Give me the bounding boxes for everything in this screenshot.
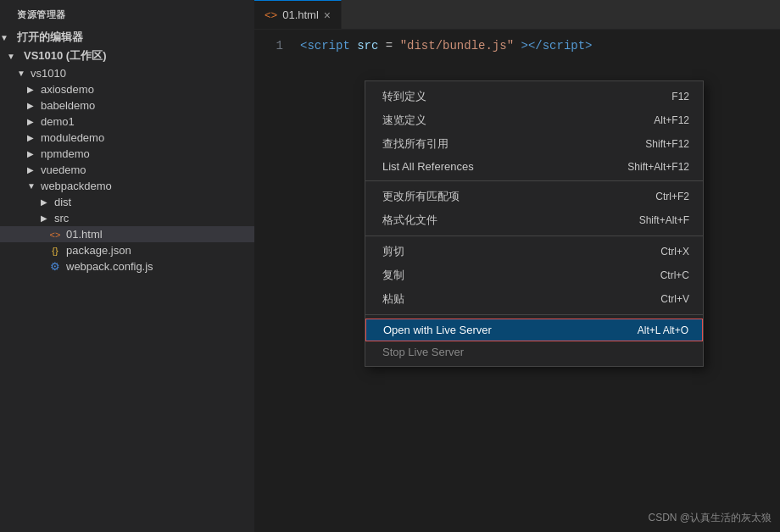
folder-npmdemo-label: npmdemo	[41, 147, 248, 160]
menu-item-find-refs[interactable]: 查找所有引用 Shift+F12	[365, 132, 703, 156]
menu-label-stop-live-server: Stop Live Server	[382, 346, 464, 358]
shortcut-paste: Ctrl+V	[660, 293, 689, 305]
menu-label-format: 格式化文件	[382, 213, 437, 228]
menu-label-rename: 更改所有匹配项	[382, 189, 460, 204]
folder-babeldemo-label: babeldemo	[41, 99, 248, 112]
tab-01html[interactable]: <> 01.html ×	[254, 0, 342, 29]
shortcut-open-live-server: Alt+L Alt+O	[638, 324, 688, 336]
json-file-icon: {}	[47, 246, 63, 256]
dist-arrow: ▶	[41, 197, 54, 207]
folder-webpackdemo[interactable]: ▼ webpackdemo	[0, 178, 254, 194]
menu-label-cut: 剪切	[382, 244, 404, 259]
shortcut-goto-def: F12	[671, 91, 689, 103]
folder-src[interactable]: ▶ src	[0, 210, 254, 226]
workspace-label: VS1010 (工作区)	[24, 48, 107, 64]
axiosdemo-arrow: ▶	[27, 85, 41, 94]
folder-axiosdemo[interactable]: ▶ axiosdemo	[0, 81, 254, 97]
shortcut-format: Shift+Alt+F	[639, 214, 689, 226]
code-attr-src: src	[357, 39, 378, 53]
separator-1	[365, 180, 703, 181]
context-menu: 转到定义 F12 速览定义 Alt+F12 查找所有引用 Shift+F12 L…	[365, 80, 704, 367]
tab-filename: 01.html	[282, 8, 319, 21]
file-webpackconfig-label: webpack.config.js	[66, 260, 248, 273]
menu-label-open-live-server: Open with Live Server	[383, 324, 492, 336]
open-editors-label: 打开的编辑器	[17, 30, 83, 45]
sidebar: 资源管理器 ▼ 打开的编辑器 ▼ VS1010 (工作区) ▼ vs1010 ▶…	[0, 0, 254, 532]
menu-label-goto-def: 转到定义	[382, 89, 426, 104]
tab-html-icon: <>	[265, 8, 277, 21]
webpackdemo-arrow: ▼	[27, 181, 41, 191]
folder-demo1[interactable]: ▶ demo1	[0, 114, 254, 130]
folder-src-label: src	[54, 212, 248, 224]
folder-vs1010[interactable]: ▼ vs1010	[0, 65, 254, 81]
open-editors-section[interactable]: ▼ 打开的编辑器	[0, 28, 254, 47]
sidebar-title: 资源管理器	[0, 0, 254, 28]
workspace-section[interactable]: ▼ VS1010 (工作区)	[0, 47, 254, 65]
npmdemo-arrow: ▶	[27, 149, 41, 158]
folder-webpackdemo-label: webpackdemo	[41, 180, 248, 192]
folder-moduledemo-label: moduledemo	[41, 131, 248, 144]
file-webpackconfig[interactable]: ⚙ webpack.config.js	[0, 258, 254, 274]
js-file-icon: ⚙	[47, 260, 63, 273]
shortcut-peek-def: Alt+F12	[654, 114, 689, 126]
menu-item-open-live-server[interactable]: Open with Live Server Alt+L Alt+O	[365, 319, 703, 341]
folder-dist[interactable]: ▶ dist	[0, 194, 254, 210]
menu-item-copy[interactable]: 复制 Ctrl+C	[365, 263, 703, 287]
menu-item-cut[interactable]: 剪切 Ctrl+X	[365, 240, 703, 263]
file-packagejson-label: package.json	[66, 244, 248, 257]
tab-close-button[interactable]: ×	[324, 8, 331, 22]
moduledemo-arrow: ▶	[27, 133, 41, 142]
code-attr-value: "dist/bundle.js"	[400, 39, 514, 53]
folder-moduledemo[interactable]: ▶ moduledemo	[0, 130, 254, 146]
babeldemo-arrow: ▶	[27, 101, 41, 110]
src-arrow: ▶	[41, 213, 54, 223]
code-tag-open: <script	[300, 39, 350, 53]
code-tag-close: ></script>	[521, 39, 592, 53]
folder-vs1010-label: vs1010	[31, 67, 248, 80]
folder-vuedemo[interactable]: ▶ vuedemo	[0, 162, 254, 178]
menu-item-paste[interactable]: 粘贴 Ctrl+V	[365, 287, 703, 311]
menu-label-copy: 复制	[382, 268, 404, 283]
menu-label-peek-def: 速览定义	[382, 113, 426, 128]
menu-item-list-refs[interactable]: List All References Shift+Alt+F12	[365, 156, 703, 177]
shortcut-rename: Ctrl+F2	[655, 191, 689, 202]
file-packagejson[interactable]: {} package.json	[0, 242, 254, 258]
tab-bar: <> 01.html ×	[254, 0, 780, 30]
code-content-1: <script src = "dist/bundle.js" ></script…	[297, 36, 780, 55]
shortcut-list-refs: Shift+Alt+F12	[627, 161, 689, 173]
menu-label-list-refs: List All References	[382, 160, 474, 173]
folder-babeldemo[interactable]: ▶ babeldemo	[0, 97, 254, 114]
separator-3	[365, 314, 703, 315]
code-editor[interactable]: 1 <script src = "dist/bundle.js" ></scri…	[254, 30, 780, 532]
shortcut-copy: Ctrl+C	[660, 269, 689, 281]
separator-2	[365, 236, 703, 236]
line-number-1: 1	[254, 36, 297, 55]
menu-label-find-refs: 查找所有引用	[382, 136, 448, 152]
menu-item-format[interactable]: 格式化文件 Shift+Alt+F	[365, 208, 703, 232]
html-file-icon: <>	[47, 230, 63, 240]
file-01html[interactable]: <> 01.html	[0, 226, 254, 242]
folder-npmdemo[interactable]: ▶ npmdemo	[0, 146, 254, 162]
menu-item-peek-def[interactable]: 速览定义 Alt+F12	[365, 108, 703, 132]
folder-demo1-label: demo1	[41, 115, 248, 128]
menu-item-stop-live-server[interactable]: Stop Live Server	[365, 341, 703, 363]
shortcut-find-refs: Shift+F12	[645, 138, 689, 150]
folder-axiosdemo-label: axiosdemo	[41, 83, 248, 96]
editor-area: <> 01.html × 1 <script src = "dist/bundl…	[254, 0, 780, 532]
folder-vuedemo-label: vuedemo	[41, 163, 248, 176]
code-line-1: 1 <script src = "dist/bundle.js" ></scri…	[254, 36, 780, 55]
shortcut-cut: Ctrl+X	[660, 246, 689, 258]
demo1-arrow: ▶	[27, 117, 41, 126]
menu-item-rename[interactable]: 更改所有匹配项 Ctrl+F2	[365, 185, 703, 208]
file-01html-label: 01.html	[66, 228, 248, 241]
watermark: CSDN @认真生活的灰太狼	[648, 511, 772, 525]
menu-label-paste: 粘贴	[382, 291, 404, 307]
workspace-arrow: ▼	[7, 52, 20, 61]
vs1010-arrow: ▼	[17, 69, 31, 78]
open-editors-arrow: ▼	[0, 33, 14, 42]
menu-item-goto-def[interactable]: 转到定义 F12	[365, 85, 703, 108]
folder-dist-label: dist	[54, 196, 248, 208]
code-equals: =	[386, 39, 393, 53]
vuedemo-arrow: ▶	[27, 165, 41, 175]
